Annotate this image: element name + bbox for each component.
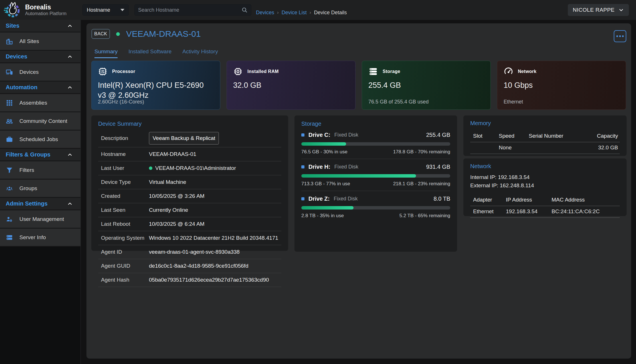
sidebar: Sites All Sites Devices Devices Automati… — [0, 20, 81, 364]
sidebar-item-filters[interactable]: Filters — [0, 161, 80, 180]
stat-card-storage: Storage 255.4 GB 76.5 GB of 255.4 GB use… — [362, 61, 491, 110]
tab-activity-history[interactable]: Activity History — [182, 48, 218, 58]
column-header: Speed — [499, 133, 529, 139]
cpu-icon — [98, 67, 108, 76]
back-button[interactable]: BACK — [92, 29, 110, 39]
storage-panel: Storage Drive C: Fixed Disk 255.4 GB 76.… — [294, 115, 457, 252]
sidebar-item-community-content[interactable]: Community Content — [0, 112, 80, 131]
row-label: Last User — [101, 165, 149, 171]
tab-summary[interactable]: Summary — [94, 48, 118, 58]
drive-name: Drive H: — [308, 164, 330, 170]
drive-bullet-icon — [301, 165, 304, 168]
stat-card-row: Processor Intel(R) Xeon(R) CPU E5-2690 v… — [91, 61, 626, 110]
panel-title: Storage — [301, 121, 450, 127]
sidebar-section-sites[interactable]: Sites — [0, 20, 80, 32]
row-value: Virtual Machine — [149, 179, 186, 185]
stat-card-value: Intel(R) Xeon(R) CPU E5-2690 v3 @ 2.60GH… — [98, 80, 212, 100]
online-status-dot — [149, 166, 152, 170]
breadcrumb-separator-icon: › — [310, 10, 311, 15]
adapter-mac: BC:24:11:CA:C6:2C — [552, 208, 620, 215]
summary-row-agent-hash: Agent Hash 05ba0e7935171d626ecea29b27d7a… — [98, 273, 281, 287]
summary-row-last-seen: Last Seen Currently Online — [98, 203, 281, 217]
row-label: Hostname — [101, 151, 149, 157]
storage-icon — [368, 67, 378, 76]
breadcrumb: Devices › Device List › Device Details — [256, 10, 347, 16]
brand-subtitle: Automation Platform — [25, 11, 66, 16]
drive-used-label: 2.8 TB - 35% in use — [301, 213, 344, 219]
building-icon — [6, 38, 13, 45]
chevron-up-icon — [67, 23, 72, 29]
borealis-rabbit-logo-icon — [3, 1, 21, 19]
drive-name: Drive C: — [308, 132, 330, 138]
sidebar-item-label: Server Info — [19, 234, 46, 241]
row-value: VEEAM-DRAAS-01\Administrator — [155, 165, 236, 171]
drive-bullet-icon — [301, 133, 304, 137]
drive-used-label: 713.3 GB - 77% in use — [301, 181, 350, 187]
sidebar-item-server-info[interactable]: Server Info — [0, 229, 80, 247]
stat-card-title: Processor — [112, 69, 135, 74]
drive-row-z: Drive Z: Fixed Disk 8.0 TB 2.8 TB - 35% … — [301, 191, 450, 223]
sidebar-item-assemblies[interactable]: Assemblies — [0, 94, 80, 112]
hostname-filter-label: Hostname — [87, 7, 110, 13]
hostname-filter-dropdown[interactable]: Hostname — [82, 4, 129, 16]
panel-title: Device Summary — [98, 121, 281, 127]
panel-title: Memory — [470, 120, 620, 127]
row-value: VEEAM-DRAAS-01 — [149, 151, 196, 157]
row-value: 05ba0e7935171d626ecea29b27d7ae175363cd90 — [149, 277, 269, 283]
device-online-status-dot — [116, 32, 120, 36]
sidebar-item-user-management[interactable]: User Management — [0, 210, 80, 229]
stat-card-title: Installed RAM — [247, 69, 279, 74]
row-label: Agent Hash — [101, 277, 149, 283]
breadcrumb-devices[interactable]: Devices — [256, 10, 274, 16]
drive-remaining-label: 5.2 TB - 65% remaining — [399, 213, 450, 219]
brand-name: Borealis — [25, 4, 66, 11]
sidebar-section-filters-groups[interactable]: Filters & Groups — [0, 149, 80, 161]
sidebar-item-scheduled-jobs[interactable]: Scheduled Jobs — [0, 131, 80, 149]
description-input[interactable] — [149, 132, 219, 145]
drive-row-h: Drive H: Fixed Disk 931.4 GB 713.3 GB - … — [301, 159, 450, 191]
row-value: 10/03/2025 @ 6:24 AM — [149, 221, 205, 227]
people-icon — [6, 117, 13, 125]
user-menu-button[interactable]: NICOLE RAPPE — [568, 4, 629, 16]
sidebar-section-label: Admin Settings — [6, 200, 48, 207]
briefcase-icon — [6, 136, 13, 143]
memory-table-header: Slot Speed Serial Number Capacity — [470, 131, 620, 142]
sidebar-item-groups[interactable]: Groups — [0, 180, 80, 198]
adapter-name: Ethernet — [473, 208, 506, 215]
device-summary-panel: Device Summary Description Hostname VEEA… — [91, 115, 288, 251]
summary-row-hostname: Hostname VEEAM-DRAAS-01 — [98, 147, 281, 161]
grid-icon — [6, 99, 13, 107]
search-box[interactable] — [134, 4, 251, 16]
sidebar-section-admin-settings[interactable]: Admin Settings — [0, 198, 80, 210]
search-icon[interactable] — [241, 7, 248, 13]
summary-row-operating-system: Operating System Windows 10 2022 Datacen… — [98, 231, 281, 245]
more-options-button[interactable] — [614, 30, 626, 42]
device-details-panel: BACK VEEAM-DRAAS-01 Summary Installed So… — [86, 23, 631, 359]
gauge-icon — [504, 67, 513, 76]
sidebar-section-devices[interactable]: Devices — [0, 51, 80, 63]
chevron-up-icon — [67, 152, 72, 157]
stat-card-value: 255.4 GB — [368, 80, 482, 90]
search-input[interactable] — [138, 7, 241, 13]
drive-size: 931.4 GB — [426, 164, 450, 170]
drive-remaining-label: 178.8 GB - 70% remaining — [393, 149, 450, 155]
user-gear-icon — [6, 215, 13, 223]
drive-used-label: 76.5 GB - 30% in use — [301, 149, 348, 155]
chevron-up-icon — [67, 201, 72, 206]
sidebar-item-all-sites[interactable]: All Sites — [0, 32, 80, 51]
sidebar-section-automation[interactable]: Automation — [0, 82, 80, 94]
chevron-up-icon — [67, 85, 72, 90]
sidebar-item-label: Filters — [19, 167, 34, 173]
sidebar-item-label: Scheduled Jobs — [19, 136, 58, 143]
stat-card-installed-ram: Installed RAM 32.0 GB — [227, 61, 356, 110]
sidebar-section-label: Automation — [6, 84, 37, 91]
tab-installed-software[interactable]: Installed Software — [128, 48, 171, 58]
drive-name: Drive Z: — [308, 196, 330, 202]
sidebar-item-devices[interactable]: Devices — [0, 63, 80, 82]
network-table-row: Ethernet 192.168.3.54 BC:24:11:CA:C6:2C — [470, 206, 620, 218]
row-label: Agent GUID — [101, 263, 149, 269]
summary-row-device-type: Device Type Virtual Machine — [98, 175, 281, 189]
caret-down-icon — [120, 9, 124, 11]
breadcrumb-device-list[interactable]: Device List — [282, 10, 307, 16]
sidebar-item-label: Community Content — [19, 118, 67, 124]
